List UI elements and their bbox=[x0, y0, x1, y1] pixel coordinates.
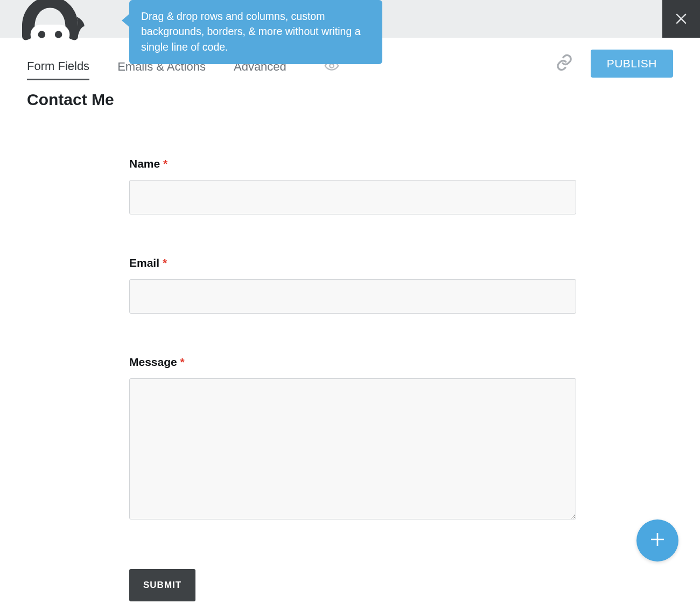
field-block-message: Message * bbox=[129, 356, 576, 522]
tab-label: Form Fields bbox=[27, 59, 89, 73]
svg-point-1 bbox=[38, 31, 46, 38]
name-input[interactable] bbox=[129, 180, 576, 214]
label-text: Email bbox=[129, 257, 159, 269]
close-icon bbox=[673, 10, 689, 28]
plus-icon bbox=[649, 531, 666, 550]
link-icon bbox=[555, 64, 573, 73]
field-label-email: Email * bbox=[129, 257, 576, 269]
add-field-fab[interactable] bbox=[636, 519, 678, 562]
field-label-name: Name * bbox=[129, 157, 576, 170]
eye-icon bbox=[324, 66, 339, 75]
field-label-message: Message * bbox=[129, 356, 576, 369]
form-area: Name * Email * Message * SUBMIT bbox=[129, 109, 576, 601]
tabrow-right: PUBLISH bbox=[555, 50, 673, 78]
required-marker: * bbox=[180, 356, 185, 368]
publish-button-label: PUBLISH bbox=[607, 57, 657, 70]
hint-tooltip-text: Drag & drop rows and columns, custom bac… bbox=[141, 10, 361, 53]
required-marker: * bbox=[163, 257, 167, 269]
field-block-name: Name * bbox=[129, 157, 576, 214]
permalink-button[interactable] bbox=[555, 53, 573, 74]
field-block-email: Email * bbox=[129, 257, 576, 314]
hint-tooltip: Drag & drop rows and columns, custom bac… bbox=[129, 0, 382, 64]
tab-form-fields[interactable]: Form Fields bbox=[27, 44, 89, 80]
submit-button[interactable]: SUBMIT bbox=[129, 569, 195, 601]
message-input[interactable] bbox=[129, 378, 576, 519]
svg-point-2 bbox=[55, 31, 62, 38]
close-button[interactable] bbox=[662, 0, 700, 38]
svg-point-3 bbox=[330, 64, 333, 67]
label-text: Name bbox=[129, 157, 160, 170]
email-input[interactable] bbox=[129, 279, 576, 314]
required-marker: * bbox=[163, 157, 167, 170]
label-text: Message bbox=[129, 356, 177, 368]
form-title: Contact Me bbox=[0, 86, 700, 109]
submit-button-label: SUBMIT bbox=[143, 580, 181, 590]
publish-button[interactable]: PUBLISH bbox=[591, 50, 673, 78]
